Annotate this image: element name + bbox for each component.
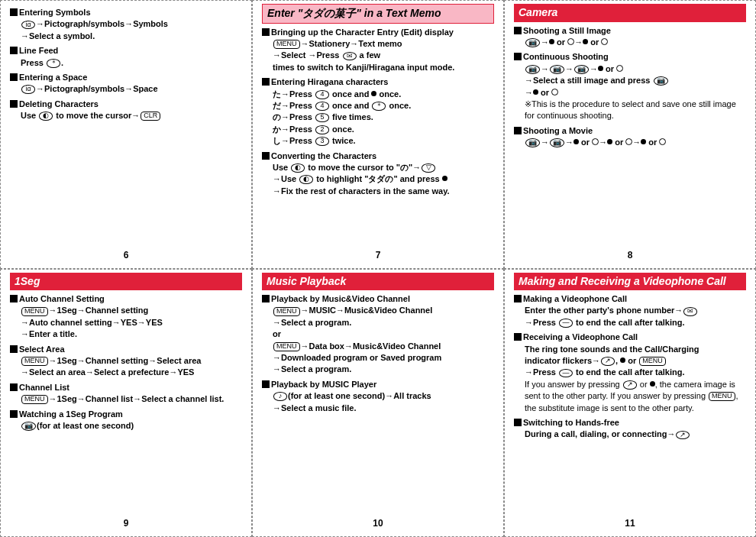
instruction-line: →Use ◐ to highlight "タダの" and press [273, 173, 494, 185]
page-header: 1Seg [10, 273, 242, 291]
camera-key-icon: 📷 [654, 76, 668, 86]
camera-key-icon: 📷 [525, 65, 540, 74]
digit-key-icon: 4 [315, 102, 329, 111]
instruction-line: iα→Pictograph/symbols→Space [21, 83, 242, 95]
call-key-icon: ↗ [676, 431, 690, 440]
instruction-line: →Press — to end the call after talking. [525, 317, 746, 328]
camera-key-icon: 📷 [574, 65, 589, 74]
call-key-icon: ↗ [601, 357, 615, 366]
instruction-line: Use ◐ to move the cursor to "の"→▽ [273, 162, 494, 173]
instruction-line: or [273, 328, 494, 340]
instruction-line: →Select a symbol. [21, 31, 242, 42]
section-title: Bringing up the Character Entry (Edit) d… [262, 27, 494, 38]
manual-page: Making and Receiving a Videophone CallMa… [504, 269, 756, 538]
key-icon: MENU [21, 395, 48, 404]
key-icon: MENU [21, 307, 48, 316]
section-title: Receiving a Videophone Call [514, 332, 746, 343]
section-title: Continuous Shooting [514, 51, 746, 63]
mail-key-icon: ✉ [343, 52, 357, 61]
instruction-line: →Select an area→Select a prefecture→YES [21, 367, 242, 378]
section-title: Entering a Space [10, 72, 242, 83]
i-alpha-key-icon: iα [21, 85, 35, 94]
digit-key-icon: 5 [315, 113, 329, 122]
key-icon: CLR [141, 112, 160, 121]
instruction-line: indicator flickers→↗, or MENU [525, 355, 746, 367]
section-title: Select Area [10, 344, 242, 355]
instruction-line: MENU→1Seg→Channel setting [21, 305, 242, 316]
instruction-line: Press ＊. [21, 57, 242, 69]
instruction-line: Enter the other party's phone number→✉ [525, 305, 746, 316]
instruction-line: →Select a still image and press 📷 [525, 75, 746, 86]
manual-page: CameraShooting a Still Image📷→ or → or C… [504, 0, 756, 269]
instruction-line: Use ◐ to move the cursor→CLR [21, 110, 242, 121]
instruction-line: ※This is the procedure to select and sav… [525, 99, 746, 122]
instruction-line: →Downloaded program or Saved program [273, 352, 494, 364]
nav-key-icon: ◐ [291, 163, 305, 173]
page-header: Making and Receiving a Videophone Call [514, 273, 746, 291]
instruction-line: MENU→Stationery→Text memo [273, 38, 494, 50]
section-title: Switching to Hands-free [514, 417, 746, 429]
section-title: Playback by Music&Video Channel [262, 293, 494, 305]
page-header: Enter "タダの菓子" in a Text Memo [262, 4, 494, 24]
instruction-line: 📷(for at least one second) [21, 420, 242, 432]
instruction-line: The ring tone sounds and the Call/Chargi… [525, 344, 746, 355]
page-number: 8 [514, 246, 746, 265]
key-icon: MENU [273, 307, 300, 316]
camera-key-icon: 📷 [525, 138, 540, 147]
star-key-icon: ＊ [47, 59, 60, 68]
instruction-line: iα→Pictograph/symbols→Symbols [21, 18, 242, 30]
down-key-icon: ▽ [422, 163, 435, 173]
section-title: Playback by MUSIC Player [262, 379, 494, 390]
digit-key-icon: 4 [315, 90, 329, 99]
key-icon: MENU [273, 40, 300, 49]
camera-key-icon: 📷 [21, 422, 36, 431]
call-key-icon: ↗ [623, 380, 637, 390]
camera-key-icon: 📷 [550, 65, 564, 74]
manual-page: Entering Symbolsiα→Pictograph/symbols→Sy… [0, 0, 252, 269]
instruction-line: 📷→📷→📷→ or [525, 63, 746, 75]
instruction-line: 📷→ or → or [525, 37, 746, 48]
key-icon: MENU [709, 392, 735, 401]
section-title: Entering Symbols [10, 7, 242, 18]
section-title: Shooting a Still Image [514, 25, 746, 37]
instruction-line: し→Press 3 twice. [273, 135, 494, 147]
instruction-line: →Fix the rest of characters in the same … [273, 186, 494, 197]
section-title: Converting the Characters [262, 150, 494, 162]
mail-key-icon: ✉ [683, 307, 697, 316]
page-number: 7 [262, 246, 494, 265]
star-key-icon: ＊ [372, 102, 386, 111]
section-title: Watching a 1Seg Program [10, 409, 242, 420]
page-header: Camera [514, 4, 746, 22]
instruction-line: 📷→📷→ or → or → or [525, 137, 746, 148]
instruction-line: →Select a music file. [273, 403, 494, 414]
page-header: Music Playback [262, 273, 494, 291]
instruction-line: →Enter a title. [21, 328, 242, 340]
instruction-line: → or [525, 87, 746, 99]
instruction-line: MENU→1Seg→Channel setting→Select area [21, 355, 242, 367]
instruction-line: か→Press 2 once. [273, 124, 494, 135]
instruction-line: times to switch to Kanji/Hiragana input … [273, 62, 494, 73]
page-number: 11 [514, 514, 746, 533]
page-number: 10 [262, 514, 494, 533]
instruction-line: →Select a program. [273, 364, 494, 375]
page-number: 6 [10, 246, 242, 265]
instruction-line: →Auto channel setting→YES→YES [21, 317, 242, 328]
instruction-line: の→Press 5 five times. [273, 112, 494, 123]
key-icon: MENU [21, 357, 48, 366]
nav-key-icon: ◐ [39, 112, 53, 121]
camera-key-icon: 📷 [525, 38, 540, 47]
camera-key-icon: 📷 [550, 138, 564, 147]
music-key-icon: ♪ [273, 392, 287, 401]
instruction-line: MENU→MUSIC→Music&Video Channel [273, 305, 494, 316]
section-title: Shooting a Movie [514, 125, 746, 137]
instruction-line: →Select →Press ✉ a few [273, 50, 494, 61]
key-icon: MENU [639, 357, 666, 366]
manual-page: 1SegAuto Channel SettingMENU→1Seg→Channe… [0, 269, 252, 538]
manual-page: Music PlaybackPlayback by Music&Video Ch… [252, 269, 504, 538]
section-title: Making a Videophone Call [514, 293, 746, 305]
section-title: Channel List [10, 382, 242, 393]
i-alpha-key-icon: iα [21, 21, 35, 30]
section-title: Line Feed [10, 45, 242, 57]
key-icon: MENU [273, 342, 300, 351]
instruction-line: MENU→Data box→Music&Video Channel [273, 341, 494, 352]
